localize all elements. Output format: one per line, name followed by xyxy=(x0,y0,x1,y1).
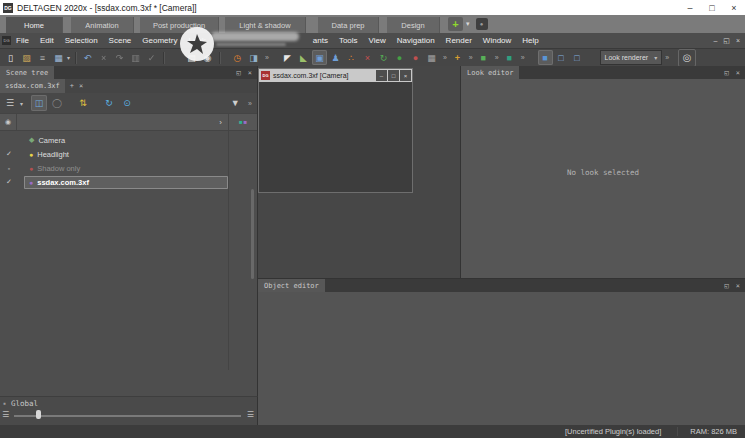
tab-light-shadow[interactable]: Light & shadow xyxy=(225,17,306,33)
add-tab-button[interactable]: + xyxy=(70,82,74,90)
visibility-checkbox[interactable]: ✓ xyxy=(3,178,15,186)
look-editor-title-tab[interactable]: Look editor xyxy=(461,66,519,79)
viewport-minimize-button[interactable]: – xyxy=(376,70,387,81)
tree-row-camera[interactable]: ◆ Camera xyxy=(0,133,258,147)
tab-animation[interactable]: Animation xyxy=(71,17,134,33)
visibility-checkbox[interactable]: ▪ xyxy=(3,165,15,172)
timeline-list-right-icon[interactable]: ☰ xyxy=(247,410,254,419)
menu-selection[interactable]: Selection xyxy=(65,36,98,45)
mdi-restore-button[interactable]: ◱ xyxy=(723,37,730,45)
overflow-icon[interactable]: » xyxy=(265,54,269,61)
expand-collapse-icon[interactable]: ⇅ xyxy=(75,95,91,111)
menu-render[interactable]: Render xyxy=(446,36,472,45)
timeline-slider[interactable]: ☰ ☰ xyxy=(0,409,257,423)
globe-icon[interactable]: ◯ xyxy=(49,95,65,111)
tree-row-headlight[interactable]: ✓ ● Headlight xyxy=(0,147,258,161)
material-cube-icon[interactable]: ■ xyxy=(502,50,517,65)
shaded-view-icon[interactable]: ■ xyxy=(538,50,553,65)
minimize-button[interactable]: – xyxy=(679,0,701,15)
search-icon[interactable]: ● xyxy=(476,18,488,30)
float-panel-icon[interactable]: ◱ xyxy=(237,69,241,77)
tree-row-ssdax-file[interactable]: ✓ ● ssdax.com.3xf xyxy=(0,175,258,189)
overflow-icon[interactable]: » xyxy=(521,54,525,61)
tree-scrollbar-thumb[interactable] xyxy=(251,189,254,279)
workspace-menu-caret-icon[interactable]: ▾ xyxy=(466,20,470,28)
close-panel-icon[interactable]: × xyxy=(736,69,740,77)
overflow-icon[interactable]: » xyxy=(495,54,499,61)
visibility-checkbox[interactable]: ✓ xyxy=(3,150,15,158)
overflow-icon[interactable]: » xyxy=(443,54,447,61)
wireframe-view-icon[interactable]: □ xyxy=(554,50,569,65)
tab-data-prep[interactable]: Data prep xyxy=(318,17,379,33)
viewport-close-button[interactable]: × xyxy=(400,70,411,81)
select-lasso-icon[interactable]: ◣ xyxy=(296,50,311,65)
select-cursor-icon[interactable]: ◤ xyxy=(280,50,295,65)
tab-design[interactable]: Design xyxy=(387,17,440,33)
filter-icon[interactable]: ▼ xyxy=(227,95,243,111)
delete-icon[interactable]: × xyxy=(96,50,111,65)
clipping-icon[interactable]: ● xyxy=(408,50,423,65)
render-target-icon[interactable]: ◎ xyxy=(678,49,696,67)
menu-help[interactable]: Help xyxy=(522,36,538,45)
camera-viewport-window[interactable]: DG ssdax.com.3xf [Camera] – □ × xyxy=(258,68,413,193)
menu-navigation[interactable]: Navigation xyxy=(397,36,435,45)
menu-window[interactable]: Window xyxy=(483,36,511,45)
measure-icon[interactable]: × xyxy=(360,50,375,65)
renderer-select[interactable]: Look renderer ▾ xyxy=(600,50,663,65)
sphere-env-icon[interactable]: ● xyxy=(392,50,407,65)
overflow-icon[interactable]: » xyxy=(469,54,473,61)
menu-geometry[interactable]: Geometry xyxy=(142,36,177,45)
redo-icon[interactable]: ↷ xyxy=(112,50,127,65)
rect-select-icon[interactable]: ▣ xyxy=(312,50,327,65)
timeline-handle[interactable] xyxy=(36,410,41,419)
video-camera-icon[interactable]: ◨ xyxy=(246,50,261,65)
timeline-menu-icon[interactable]: ▪ xyxy=(3,400,6,406)
timeline-list-left-icon[interactable]: ☰ xyxy=(2,410,9,419)
menu-file[interactable]: File xyxy=(16,36,29,45)
timeline-track[interactable] xyxy=(14,415,241,417)
save-caret-icon[interactable]: ▾ xyxy=(67,54,70,61)
viewport-canvas[interactable] xyxy=(259,82,412,192)
mdi-minimize-button[interactable]: – xyxy=(713,37,717,45)
apply-icon[interactable]: ✓ xyxy=(144,50,159,65)
copy-icon[interactable]: ▥ xyxy=(128,50,143,65)
open-folder-icon[interactable]: ▨ xyxy=(19,50,34,65)
document-tab[interactable]: ssdax.com.3xf xyxy=(0,79,65,93)
menu-scene[interactable]: Scene xyxy=(109,36,132,45)
float-panel-icon[interactable]: ◱ xyxy=(725,282,729,290)
maximize-button[interactable]: □ xyxy=(701,0,723,15)
viewport-window-titlebar[interactable]: DG ssdax.com.3xf [Camera] – □ × xyxy=(259,69,412,82)
add-workspace-button[interactable]: + xyxy=(448,17,463,31)
overflow-icon[interactable]: » xyxy=(248,100,252,107)
geometry-cube-icon[interactable]: ■ xyxy=(476,50,491,65)
layers-icon[interactable]: ☰ xyxy=(2,95,18,111)
rotate-tool-icon[interactable]: ↻ xyxy=(376,50,391,65)
menu-view[interactable]: View xyxy=(369,36,386,45)
visibility-column-header[interactable]: ◉ xyxy=(0,114,17,130)
object-editor-title-tab[interactable]: Object editor xyxy=(258,279,325,292)
viewport-maximize-button[interactable]: □ xyxy=(388,70,399,81)
mdi-close-button[interactable]: × xyxy=(736,37,740,45)
close-panel-icon[interactable]: × xyxy=(248,69,252,77)
search-tree-icon[interactable]: ⊙ xyxy=(119,95,135,111)
menu-edit[interactable]: Edit xyxy=(40,36,54,45)
grid-icon[interactable]: ▦ xyxy=(424,50,439,65)
refresh-icon[interactable]: ↻ xyxy=(101,95,117,111)
geometry-column-header[interactable]: ■ ■ xyxy=(229,114,257,130)
scene-tree-title-tab[interactable]: Scene tree xyxy=(0,66,54,79)
menu-tools[interactable]: Tools xyxy=(339,36,358,45)
name-column-header[interactable]: › xyxy=(17,114,229,130)
new-file-icon[interactable]: ▯ xyxy=(3,50,18,65)
tab-home[interactable]: Home xyxy=(6,17,63,33)
undo-icon[interactable]: ↶ xyxy=(80,50,95,65)
close-button[interactable]: × xyxy=(723,0,745,15)
sync-selection-icon[interactable]: ◫ xyxy=(31,95,47,111)
layers-caret-icon[interactable]: ▾ xyxy=(20,100,23,107)
save-icon[interactable]: ▦ xyxy=(51,50,66,65)
float-panel-icon[interactable]: ◱ xyxy=(725,69,729,77)
close-panel-icon[interactable]: × xyxy=(736,282,740,290)
scene-hierarchy-icon[interactable]: ≡ xyxy=(35,50,50,65)
manikin-icon[interactable]: ♟ xyxy=(328,50,343,65)
overflow-icon[interactable]: » xyxy=(665,54,669,61)
hidden-line-view-icon[interactable]: □ xyxy=(570,50,585,65)
